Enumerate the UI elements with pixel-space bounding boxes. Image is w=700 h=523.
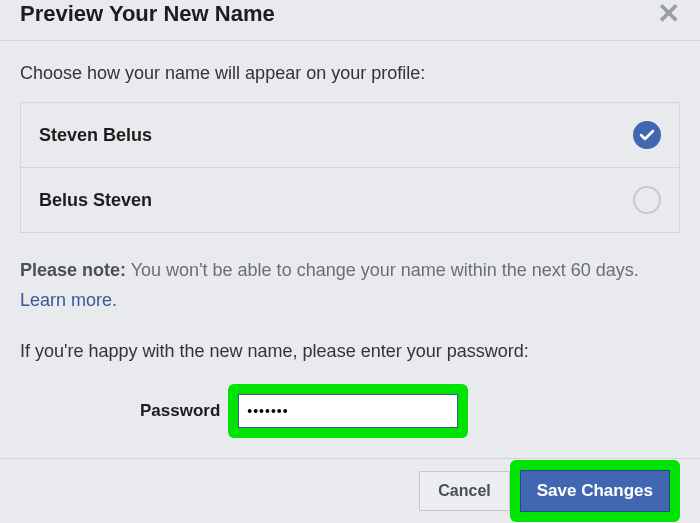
name-option-label: Belus Steven (39, 190, 152, 211)
name-option-label: Steven Belus (39, 125, 152, 146)
learn-more-link[interactable]: Learn more. (20, 287, 117, 313)
circle-icon (633, 186, 661, 214)
note-bold: Please note: (20, 260, 126, 280)
name-option-first-last[interactable]: Steven Belus (21, 103, 679, 168)
save-highlight: Save Changes (510, 460, 680, 522)
cancel-button[interactable]: Cancel (419, 471, 509, 511)
password-row: Password (20, 384, 680, 438)
close-icon[interactable]: ✕ (657, 0, 680, 28)
modal-body: Choose how your name will appear on your… (0, 41, 700, 438)
modal-header: Preview Your New Name ✕ (0, 0, 700, 41)
note-body: You won't be able to change your name wi… (131, 260, 639, 280)
preview-name-modal: Preview Your New Name ✕ Choose how your … (0, 0, 700, 522)
enter-password-instruction: If you're happy with the new name, pleas… (20, 341, 680, 362)
note-text-block: Please note: You won't be able to change… (20, 257, 680, 313)
name-option-last-first[interactable]: Belus Steven (21, 168, 679, 232)
modal-footer: Cancel Save Changes (0, 458, 700, 522)
save-button[interactable]: Save Changes (520, 470, 670, 512)
modal-title: Preview Your New Name (20, 1, 275, 27)
choose-instruction: Choose how your name will appear on your… (20, 63, 680, 84)
password-input[interactable] (238, 394, 458, 428)
name-options-list: Steven Belus Belus Steven (20, 102, 680, 233)
password-label: Password (140, 401, 220, 421)
password-highlight (228, 384, 468, 438)
check-icon (633, 121, 661, 149)
